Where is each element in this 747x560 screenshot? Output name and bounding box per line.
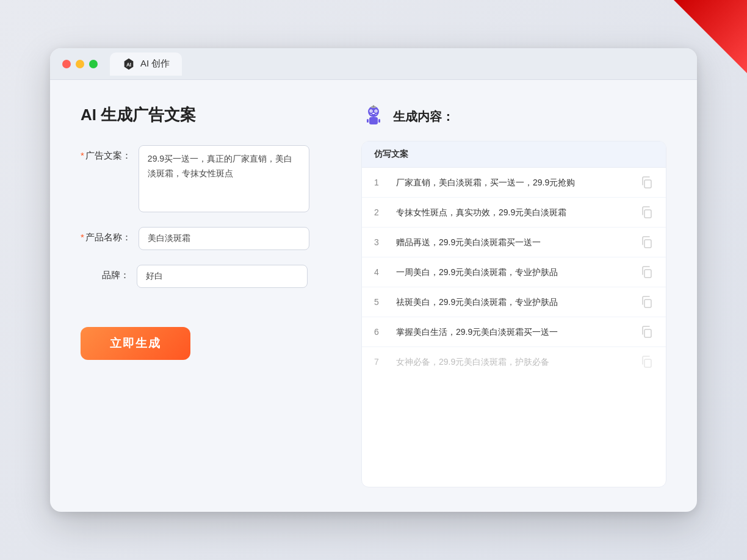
copy-icon[interactable]: [640, 235, 654, 249]
row-text: 专抹女性斑点，真实功效，29.9元美白淡斑霜: [396, 206, 630, 219]
ad-copy-label: *广告文案：: [81, 145, 131, 162]
svg-rect-16: [644, 210, 651, 218]
result-table: 仿写文案 1厂家直销，美白淡斑霜，买一送一，29.9元抢购 2专抹女性斑点，真实…: [361, 141, 666, 487]
generate-button[interactable]: 立即生成: [81, 327, 190, 360]
robot-icon: [361, 104, 386, 129]
left-panel: AI 生成广告文案 *广告文案： 29.9买一送一，真正的厂家直销，美白淡斑霜，…: [81, 104, 337, 487]
traffic-lights: [62, 60, 98, 68]
page-title: AI 生成广告文案: [81, 104, 337, 126]
row-text: 一周美白，29.9元美白淡斑霜，专业护肤品: [396, 266, 630, 279]
table-row: 7女神必备，29.9元美白淡斑霜，护肤必备: [362, 347, 666, 376]
product-name-group: *产品名称：: [81, 227, 337, 250]
svg-rect-8: [372, 113, 375, 114]
svg-rect-15: [644, 180, 651, 188]
svg-point-12: [373, 106, 375, 107]
browser-window: AI AI 创作 AI 生成广告文案 *广告文案： 29.9买一送一，真正的厂家…: [50, 48, 697, 512]
brand-group: 品牌：: [81, 265, 337, 288]
ad-copy-group: *广告文案： 29.9买一送一，真正的厂家直销，美白淡斑霜，专抹女性斑点: [81, 145, 337, 212]
table-header: 仿写文案: [362, 142, 666, 168]
table-row: 3赠品再送，29.9元美白淡斑霜买一送一: [362, 228, 666, 257]
row-number: 1: [374, 178, 386, 187]
required-mark-2: *: [81, 232, 84, 242]
copy-icon[interactable]: [640, 325, 654, 339]
row-text: 女神必备，29.9元美白淡斑霜，护肤必备: [396, 356, 630, 368]
svg-rect-21: [644, 359, 651, 367]
copy-icon[interactable]: [640, 295, 654, 309]
row-number: 6: [374, 327, 386, 337]
product-name-input[interactable]: [139, 227, 309, 250]
product-name-label: *产品名称：: [81, 227, 131, 243]
svg-rect-10: [378, 119, 380, 123]
row-number: 2: [374, 207, 386, 217]
copy-icon[interactable]: [640, 265, 654, 279]
table-row: 5祛斑美白，29.9元美白淡斑霜，专业护肤品: [362, 287, 666, 317]
table-row: 1厂家直销，美白淡斑霜，买一送一，29.9元抢购: [362, 168, 666, 198]
result-title: 生成内容：: [393, 109, 454, 125]
ad-copy-input[interactable]: 29.9买一送一，真正的厂家直销，美白淡斑霜，专抹女性斑点: [139, 145, 309, 212]
svg-rect-3: [369, 117, 378, 124]
copy-icon[interactable]: [640, 206, 654, 219]
maximize-button[interactable]: [89, 60, 98, 68]
svg-rect-19: [644, 300, 651, 307]
row-number: 3: [374, 237, 386, 247]
close-button[interactable]: [62, 60, 71, 68]
content-area: AI 生成广告文案 *广告文案： 29.9买一送一，真正的厂家直销，美白淡斑霜，…: [50, 80, 697, 512]
row-text: 掌握美白生活，29.9元美白淡斑霜买一送一: [396, 326, 630, 339]
required-mark: *: [81, 150, 84, 160]
tab-label: AI 创作: [140, 58, 170, 70]
row-number: 7: [374, 357, 386, 367]
svg-rect-18: [644, 270, 651, 278]
brand-label: 品牌：: [81, 265, 129, 281]
row-text: 厂家直销，美白淡斑霜，买一送一，29.9元抢购: [396, 176, 630, 189]
row-text: 祛斑美白，29.9元美白淡斑霜，专业护肤品: [396, 296, 630, 309]
title-bar: AI AI 创作: [50, 48, 697, 80]
row-number: 4: [374, 267, 386, 277]
svg-text:AI: AI: [126, 62, 131, 67]
brand-input[interactable]: [137, 265, 308, 288]
row-text: 赠品再送，29.9元美白淡斑霜买一送一: [396, 236, 630, 249]
copy-icon[interactable]: [640, 355, 654, 368]
copy-icon[interactable]: [640, 176, 654, 189]
svg-rect-17: [644, 240, 651, 248]
svg-rect-9: [367, 119, 369, 123]
minimize-button[interactable]: [76, 60, 84, 68]
table-rows-container: 1厂家直销，美白淡斑霜，买一送一，29.9元抢购 2专抹女性斑点，真实功效，29…: [362, 168, 666, 376]
svg-rect-20: [644, 329, 651, 337]
table-row: 2专抹女性斑点，真实功效，29.9元美白淡斑霜: [362, 198, 666, 228]
ai-tab-icon: AI: [122, 57, 135, 71]
result-header: 生成内容：: [361, 104, 666, 129]
svg-point-6: [370, 110, 372, 112]
right-panel: 生成内容： 仿写文案 1厂家直销，美白淡斑霜，买一送一，29.9元抢购 2专抹女…: [361, 104, 666, 487]
row-number: 5: [374, 297, 386, 307]
ai-tab[interactable]: AI AI 创作: [110, 52, 182, 76]
table-row: 6掌握美白生活，29.9元美白淡斑霜买一送一: [362, 317, 666, 347]
table-row: 4一周美白，29.9元美白淡斑霜，专业护肤品: [362, 257, 666, 287]
svg-point-7: [375, 110, 377, 112]
